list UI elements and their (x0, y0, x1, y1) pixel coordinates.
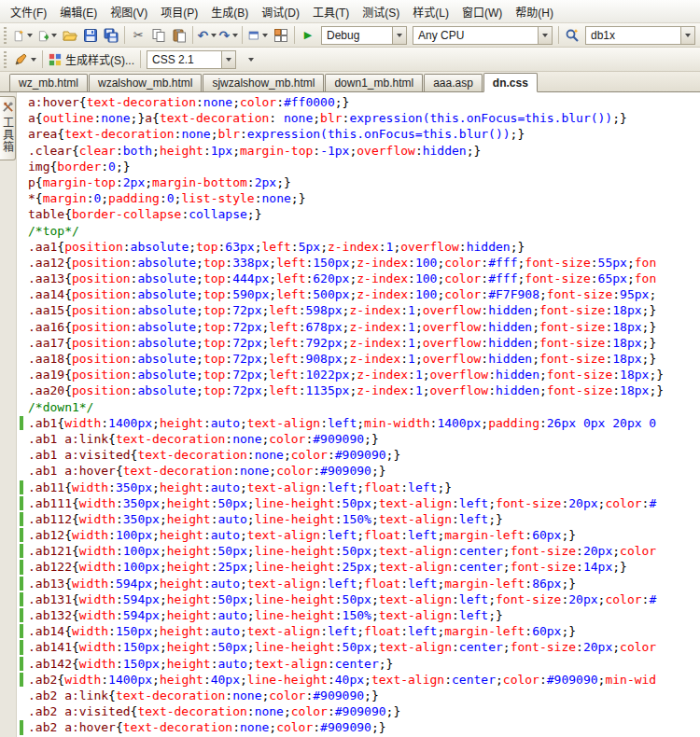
menu-item-6[interactable]: 工具(T) (306, 0, 356, 23)
code-line-15[interactable]: .aa16{position:absolute;top:72px;left:67… (17, 319, 700, 335)
menu-item-10[interactable]: 帮助(H) (509, 0, 560, 23)
toolbox-collapsed-tab[interactable]: 工具箱 (0, 96, 16, 160)
cut-button[interactable]: ✂ (128, 25, 148, 46)
toolbar-separator (124, 26, 125, 44)
code-line-25[interactable]: .ab11{width:350px;height:auto;text-align… (17, 480, 700, 495)
tab-dn-css[interactable]: dn.css (483, 73, 538, 92)
code-line-11[interactable]: .aa12{position:absolute;top:338px;left:1… (17, 255, 700, 271)
add-item-button[interactable] (35, 25, 61, 46)
code-area[interactable]: a:hover{text-decoration:none;color:#ff00… (17, 94, 700, 736)
code-line-24[interactable]: .ab1 a:hover{text-decoration:none;color:… (17, 463, 700, 479)
code-line-34[interactable]: .ab14{width:150px;height:auto;text-align… (17, 623, 700, 639)
code-line-27[interactable]: .ab112{width:350px;height:auto;line-heig… (17, 511, 700, 527)
code-line-10[interactable]: .aa1{position:absolute;top:63px;left:5px… (17, 239, 700, 255)
tab-sjwzalshow-mb-html[interactable]: sjwzalshow_mb.html (203, 74, 324, 91)
chevron-down-icon[interactable] (392, 27, 406, 44)
code-line-21[interactable]: .ab1{width:1400px;height:auto;text-align… (17, 415, 700, 431)
menu-item-2[interactable]: 视图(V) (104, 0, 154, 23)
code-line-39[interactable]: .ab2 a:visited{text-decoration:none;colo… (17, 703, 700, 719)
view-in-browser-button[interactable] (245, 25, 271, 46)
copy-button[interactable] (148, 25, 169, 46)
menu-item-8[interactable]: 样式(L) (406, 0, 455, 23)
code-editor[interactable]: a:hover{text-decoration:none;color:#ff00… (17, 92, 700, 737)
start-debugging-button[interactable]: ▶ (298, 25, 318, 46)
code-line-28[interactable]: .ab12{width:100px;height:auto;text-align… (17, 527, 700, 543)
code-line-12[interactable]: .aa13{position:absolute;top:444px;left:6… (17, 271, 700, 286)
code-line-text: img{border:0;} (28, 159, 131, 174)
menu-item-4[interactable]: 生成(B) (204, 0, 255, 23)
chevron-down-icon[interactable] (680, 27, 694, 44)
code-line-text: *{margin:0;padding:0;list-style:none;} (28, 190, 305, 206)
open-file-button[interactable] (60, 25, 80, 46)
paste-button[interactable] (169, 25, 189, 46)
code-line-22[interactable]: .ab1 a:link{text-decoration:none;color:#… (17, 431, 700, 447)
code-line-4[interactable]: .clear{clear:both;height:1px;margin-top:… (17, 143, 700, 159)
undo-button[interactable]: ↶ (196, 25, 217, 46)
code-line-29[interactable]: .ab121{width:100px;height:50px;line-heig… (17, 543, 700, 559)
code-line-13[interactable]: .aa14{position:absolute;top:590px;left:5… (17, 286, 700, 302)
menu-item-7[interactable]: 测试(S) (356, 0, 406, 23)
change-tracking-bar (17, 719, 28, 735)
save-all-button[interactable] (101, 25, 121, 46)
code-line-23[interactable]: .ab1 a:visited{text-decoration:none;colo… (17, 447, 700, 463)
gutter-margin (17, 382, 28, 398)
change-tracking-bar (17, 415, 28, 431)
code-line-37[interactable]: .ab2{width:1400px;height:40px;line-heigh… (17, 672, 700, 688)
tab-wzalshow-mb-html[interactable]: wzalshow_mb.html (89, 74, 202, 91)
chevron-down-icon[interactable] (538, 27, 552, 44)
save-button[interactable] (80, 25, 101, 46)
code-line-32[interactable]: .ab131{width:594px;height:50px;line-heig… (17, 591, 700, 607)
find-combo[interactable]: db1x (585, 26, 695, 45)
new-style-button[interactable] (10, 49, 39, 70)
code-line-33[interactable]: .ab132{width:594px;height:auto;line-heig… (17, 607, 700, 623)
code-line-text: area{text-decoration:none;blr:expression… (28, 126, 525, 142)
code-line-8[interactable]: table{border-collapse:collapse;} (17, 206, 700, 222)
code-line-text: .ab142{width:150px;height:auto;text-alig… (28, 656, 393, 672)
menu-item-9[interactable]: 窗口(W) (455, 0, 509, 23)
code-line-9[interactable]: /*top*/ (17, 223, 700, 239)
code-line-6[interactable]: p{margin-top:2px;margin-bottom:2px;} (17, 174, 700, 190)
solution-platform-combo[interactable]: Any CPU (413, 26, 553, 45)
code-line-5[interactable]: img{border:0;} (17, 159, 700, 174)
search-icon (565, 28, 580, 43)
build-style-button[interactable]: 生成样式(S)... (46, 49, 137, 70)
code-line-35[interactable]: .ab141{width:150px;height:50px;line-heig… (17, 639, 700, 655)
tab-wz-mb-html[interactable]: wz_mb.html (9, 74, 88, 91)
code-line-19[interactable]: .aa20{position:absolute;top:72px;left:11… (17, 382, 700, 398)
code-line-38[interactable]: .ab2 a:link{text-decoration:none;color:#… (17, 688, 700, 703)
chevron-down-icon (262, 34, 268, 37)
code-line-20[interactable]: /*down1*/ (17, 399, 700, 415)
new-item-button[interactable] (10, 25, 35, 46)
code-line-18[interactable]: .aa19{position:absolute;top:72px;left:10… (17, 367, 700, 382)
tab-down1-mb-html[interactable]: down1_mb.html (325, 74, 423, 91)
menu-item-1[interactable]: 编辑(E) (53, 0, 104, 23)
code-line-1[interactable]: a:hover{text-decoration:none;color:#ff00… (17, 94, 700, 110)
code-line-14[interactable]: .aa15{position:absolute;top:72px;left:59… (17, 302, 700, 318)
code-line-text: .ab2 a:visited{text-decoration:none;colo… (28, 703, 400, 719)
tab-aaa-asp[interactable]: aaa.asp (424, 74, 483, 91)
code-line-36[interactable]: .ab142{width:150px;height:auto;text-alig… (17, 656, 700, 672)
code-line-26[interactable]: .ab111{width:350px;height:50px;line-heig… (17, 495, 700, 511)
redo-button[interactable]: ↷ (217, 25, 239, 46)
menu-item-5[interactable]: 调试(D) (255, 0, 306, 23)
code-line-3[interactable]: area{text-decoration:none;blr:expression… (17, 126, 700, 142)
code-line-17[interactable]: .aa18{position:absolute;top:72px;left:90… (17, 351, 700, 367)
code-line-16[interactable]: .aa17{position:absolute;top:72px;left:79… (17, 335, 700, 351)
code-line-text: /*down1*/ (28, 399, 93, 415)
code-line-31[interactable]: .ab13{width:594px;height:auto;text-align… (17, 576, 700, 591)
code-line-30[interactable]: .ab122{width:100px;height:25px;line-heig… (17, 559, 700, 575)
toolbar-grip[interactable] (4, 27, 7, 44)
menu-item-0[interactable]: 文件(F) (4, 0, 53, 23)
change-tracking-bar (17, 623, 28, 639)
find-button[interactable] (562, 25, 582, 46)
toolbar-options-button[interactable] (239, 49, 259, 70)
css-schema-combo[interactable]: CSS 2.1 (147, 50, 236, 69)
menu-item-3[interactable]: 项目(P) (154, 0, 204, 23)
other-windows-button[interactable] (271, 25, 291, 46)
code-line-40[interactable]: .ab2 a:hover{text-decoration:none;color:… (17, 719, 700, 735)
toolbar-grip[interactable] (4, 51, 7, 68)
chevron-down-icon[interactable] (221, 51, 235, 68)
code-line-7[interactable]: *{margin:0;padding:0;list-style:none;} (17, 190, 700, 206)
solution-config-combo[interactable]: Debug (321, 26, 407, 45)
code-line-2[interactable]: a{outline:none;}a{text-decoration: none;… (17, 110, 700, 126)
